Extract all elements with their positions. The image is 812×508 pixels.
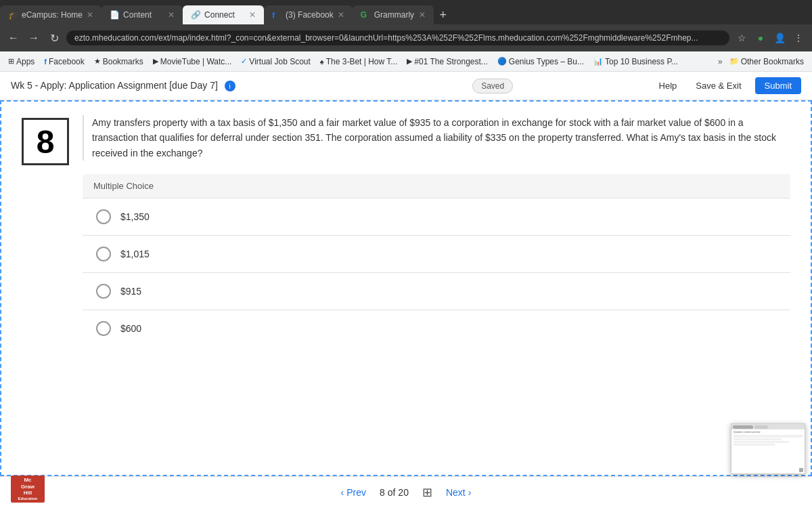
bookmark-genius-label: Genius Types – Bu... bbox=[509, 57, 584, 66]
address-input[interactable] bbox=[66, 30, 729, 45]
radio-b[interactable] bbox=[96, 247, 111, 261]
footer: Mc Graw Hill Education ‹ Prev 8 of 20 ⊞ … bbox=[0, 476, 812, 508]
choice-c-label: $915 bbox=[120, 286, 141, 297]
page-area: Wk 5 - Apply: Application Assignment [du… bbox=[0, 72, 812, 508]
content-favicon: 📄 bbox=[110, 10, 119, 20]
next-chevron-icon: › bbox=[468, 487, 472, 498]
thumbnail-overlay: Question content preview bbox=[731, 423, 805, 474]
star-icon[interactable]: ☆ bbox=[734, 30, 750, 46]
connect-favicon: 🔗 bbox=[191, 10, 200, 20]
bookmark-virtualjob[interactable]: ✓ Virtual Job Scout bbox=[238, 56, 313, 68]
bookmark-top10[interactable]: 📊 Top 10 Business P... bbox=[591, 56, 681, 68]
apps-icon: ⊞ bbox=[8, 57, 14, 66]
tab-facebook[interactable]: f (3) Facebook ✕ bbox=[264, 5, 353, 24]
question-type-label: Multiple Choice bbox=[83, 174, 790, 198]
tab-facebook-title: (3) Facebook bbox=[286, 10, 334, 20]
facebook-bm-icon: f bbox=[44, 58, 47, 66]
address-bar: ← → ↻ ☆ ● 👤 ⋮ bbox=[0, 24, 812, 51]
tab-content-close[interactable]: ✕ bbox=[168, 10, 175, 20]
submit-button[interactable]: Submit bbox=[755, 77, 801, 94]
movietube-icon: ▶ bbox=[153, 57, 158, 66]
bookmark-strongest-label: #01 The Strongest... bbox=[414, 57, 488, 66]
question-body: Amy transfers property with a tax basis … bbox=[83, 115, 790, 461]
facebook-favicon: f bbox=[272, 10, 281, 20]
bookmark-3bet[interactable]: ♠ The 3-Bet | How T... bbox=[317, 56, 400, 68]
bookmark-genius[interactable]: 🔵 Genius Types – Bu... bbox=[495, 56, 587, 68]
genius-icon: 🔵 bbox=[497, 57, 507, 66]
choice-b[interactable]: $1,015 bbox=[83, 236, 790, 273]
bookmark-movietube[interactable]: ▶ MovieTube | Watc... bbox=[150, 56, 235, 68]
page-title: Wk 5 - Apply: Application Assignment [du… bbox=[11, 80, 332, 92]
bookmark-strongest[interactable]: ▶ #01 The Strongest... bbox=[404, 56, 491, 68]
choice-b-label: $1,015 bbox=[120, 249, 150, 259]
bookmark-3bet-label: The 3-Bet | How T... bbox=[326, 57, 398, 66]
bookmark-movietube-label: MovieTube | Watc... bbox=[160, 57, 232, 66]
bookmark-facebook-label: Facebook bbox=[49, 57, 85, 66]
page-info: 8 of 20 bbox=[380, 487, 409, 498]
next-button[interactable]: Next › bbox=[446, 487, 471, 498]
tab-content[interactable]: 📄 Content ✕ bbox=[102, 5, 183, 24]
bookmark-apps-label: Apps bbox=[16, 57, 35, 66]
tab-connect-close[interactable]: ✕ bbox=[249, 10, 256, 20]
grid-icon[interactable]: ⊞ bbox=[422, 485, 432, 500]
tab-facebook-close[interactable]: ✕ bbox=[338, 10, 344, 20]
bookmarks-more[interactable]: » bbox=[718, 57, 723, 66]
main-content: 8 Amy transfers property with a tax basi… bbox=[0, 100, 812, 476]
bookmark-other-label: Other Bookmarks bbox=[741, 57, 804, 66]
menu-icon[interactable]: ⋮ bbox=[790, 30, 807, 46]
bookmark-virtualjob-label: Virtual Job Scout bbox=[249, 57, 311, 66]
mcgraw-hill-logo: Mc Graw Hill Education bbox=[11, 475, 45, 503]
bookmark-other[interactable]: 📁 Other Bookmarks bbox=[727, 56, 807, 68]
choice-a[interactable]: $1,350 bbox=[83, 198, 790, 236]
tab-ecampus[interactable]: 🎓 eCampus: Home ✕ bbox=[0, 5, 102, 24]
radio-a[interactable] bbox=[96, 209, 111, 224]
choices-container: Multiple Choice $1,350 $1,015 $915 $600 bbox=[83, 174, 790, 347]
choice-c[interactable]: $915 bbox=[83, 273, 790, 310]
tab-grammarly-title: Grammarly bbox=[374, 10, 415, 20]
choice-d[interactable]: $600 bbox=[83, 310, 790, 347]
refresh-button[interactable]: ↻ bbox=[46, 30, 62, 46]
tab-bar: 🎓 eCampus: Home ✕ 📄 Content ✕ 🔗 Connect … bbox=[0, 0, 812, 24]
saved-badge: Saved bbox=[472, 79, 513, 93]
star-bm-icon: ★ bbox=[94, 57, 101, 66]
3bet-icon: ♠ bbox=[320, 58, 324, 66]
forward-button[interactable]: → bbox=[26, 30, 42, 46]
bookmark-apps[interactable]: ⊞ Apps bbox=[5, 56, 37, 68]
tab-grammarly-close[interactable]: ✕ bbox=[419, 10, 426, 20]
toolbar-icons: ☆ ● 👤 ⋮ bbox=[734, 30, 807, 46]
prev-button[interactable]: ‹ Prev bbox=[341, 487, 366, 498]
bookmark-bookmarks-label: Bookmarks bbox=[103, 57, 143, 66]
tab-grammarly[interactable]: G Grammarly ✕ bbox=[353, 5, 434, 24]
help-button[interactable]: Help bbox=[654, 78, 683, 93]
save-exit-button[interactable]: Save & Exit bbox=[690, 78, 746, 93]
new-tab-button[interactable]: + bbox=[434, 5, 453, 24]
ecampus-favicon: 🎓 bbox=[8, 10, 18, 20]
back-button[interactable]: ← bbox=[5, 30, 22, 46]
tab-connect[interactable]: 🔗 Connect ✕ bbox=[183, 5, 264, 24]
tab-connect-title: Connect bbox=[204, 10, 245, 20]
extensions-icon[interactable]: ● bbox=[752, 30, 769, 46]
radio-c[interactable] bbox=[96, 284, 111, 299]
question-number: 8 bbox=[22, 118, 69, 165]
profile-icon[interactable]: 👤 bbox=[771, 30, 788, 46]
top-bar: Wk 5 - Apply: Application Assignment [du… bbox=[0, 72, 812, 100]
bookmark-bookmarks[interactable]: ★ Bookmarks bbox=[91, 56, 146, 68]
tab-ecampus-close[interactable]: ✕ bbox=[87, 10, 93, 20]
tab-ecampus-title: eCampus: Home bbox=[22, 10, 83, 20]
radio-d[interactable] bbox=[96, 321, 111, 336]
tab-content-title: Content bbox=[123, 10, 164, 20]
bookmark-facebook[interactable]: f Facebook bbox=[41, 56, 87, 68]
choice-d-label: $600 bbox=[120, 323, 141, 334]
bookmarks-bar: ⊞ Apps f Facebook ★ Bookmarks ▶ MovieTub… bbox=[0, 51, 812, 72]
bookmark-top10-label: Top 10 Business P... bbox=[605, 57, 678, 66]
prev-chevron-icon: ‹ bbox=[341, 487, 344, 498]
virtualjob-icon: ✓ bbox=[241, 57, 247, 66]
choice-a-label: $1,350 bbox=[120, 211, 150, 222]
question-text: Amy transfers property with a tax basis … bbox=[83, 115, 790, 161]
top10-icon: 📊 bbox=[593, 57, 603, 66]
top-bar-actions: Help Save & Exit Submit bbox=[654, 77, 801, 94]
info-icon[interactable]: i bbox=[225, 81, 235, 91]
strongest-icon: ▶ bbox=[407, 57, 412, 66]
grammarly-favicon: G bbox=[361, 10, 370, 20]
folder-icon: 📁 bbox=[729, 57, 739, 66]
